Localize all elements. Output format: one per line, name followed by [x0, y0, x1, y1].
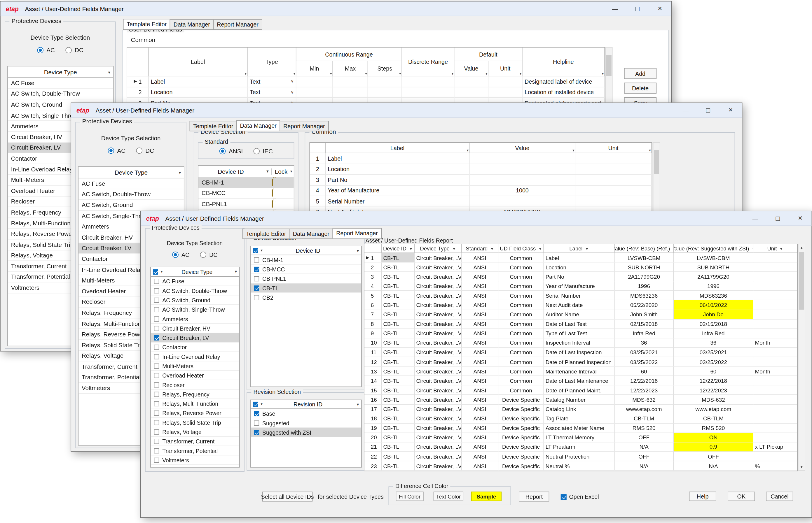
col-min[interactable]: Min	[296, 61, 333, 76]
common-table-row[interactable]: 4 Year of Manufacture 1000	[310, 185, 652, 196]
dropdown-icon[interactable]: ▼	[266, 169, 269, 173]
ok-button[interactable]: OK	[728, 491, 755, 501]
minimize-button[interactable]: —	[744, 211, 766, 226]
device-type-checkbox[interactable]	[154, 326, 159, 331]
dropdown-icon[interactable]: ▼	[585, 247, 588, 250]
report-row[interactable]: ▶ 2 CB-TL Circuit Breaker, LV ANSI Commo…	[364, 263, 797, 272]
report-row[interactable]: ▶ 13 CB-TL Circuit Breaker, LV ANSI Comm…	[364, 367, 797, 376]
col-rownum[interactable]	[364, 244, 382, 253]
fill-color-button[interactable]: Fill Color	[396, 491, 424, 501]
cell-value[interactable]	[470, 164, 575, 175]
col-default[interactable]: Default	[454, 48, 522, 61]
device-type-checkbox[interactable]	[154, 438, 159, 444]
report-row[interactable]: ▶ 12 CB-TL Circuit Breaker, LV ANSI Comm…	[364, 357, 797, 366]
tab-template-editor[interactable]: Template Editor	[123, 19, 170, 30]
minimize-button[interactable]: —	[674, 103, 697, 117]
tab-template-editor[interactable]: Template Editor	[242, 229, 290, 239]
device-type-checkbox[interactable]	[154, 382, 159, 387]
udf-table-row[interactable]: ▶ 2 Location Text ∨	[127, 87, 605, 98]
ac-radio[interactable]	[37, 47, 44, 53]
col-ud-field-class[interactable]: UD Field Class▼	[498, 244, 544, 253]
device-type-item[interactable]: Relays, Multi-Function	[151, 399, 239, 409]
titlebar[interactable]: etap Asset / User-Defined Fields Manager…	[1, 1, 671, 16]
delete-button[interactable]: Delete	[624, 83, 656, 94]
maximize-button[interactable]: □	[697, 103, 719, 117]
device-type-checkbox[interactable]	[154, 307, 159, 312]
device-type-item[interactable]: Circuit Breaker, LV	[151, 333, 239, 343]
device-type-checkbox[interactable]	[154, 410, 159, 415]
col-discrete-range[interactable]: Discrete Range	[402, 48, 454, 76]
iec-radio[interactable]	[253, 148, 260, 155]
text-color-button[interactable]: Text Color	[434, 491, 463, 501]
revision-checkbox[interactable]	[254, 430, 259, 435]
device-type-list-header[interactable]: ▾ Device Type ▼	[151, 267, 239, 277]
titlebar[interactable]: etap Asset / User-Defined Fields Manager…	[71, 103, 742, 118]
lock-icon[interactable]	[272, 190, 273, 197]
col-standard[interactable]: Standard▼	[462, 244, 499, 253]
device-type-checkbox[interactable]	[154, 354, 159, 359]
device-type-item[interactable]: Voltmeters	[151, 456, 239, 465]
dc-radio[interactable]	[65, 47, 72, 53]
report-row[interactable]: ▶ 14 CB-TL Circuit Breaker, LV ANSI Comm…	[364, 376, 797, 385]
col-rownum[interactable]	[310, 143, 326, 154]
scroll-down-icon[interactable]: ▼	[798, 463, 805, 470]
dropdown-icon[interactable]: ▼	[409, 247, 413, 250]
report-row[interactable]: ▶ 8 CB-TL Circuit Breaker, LV ANSI Commo…	[364, 320, 797, 329]
maximize-button[interactable]: □	[626, 1, 649, 15]
ansi-radio[interactable]	[220, 148, 226, 155]
device-id-item[interactable]: CB2	[251, 293, 362, 302]
device-type-item[interactable]: AC Fuse	[79, 178, 184, 189]
tab-data-manager[interactable]: Data Manager	[170, 19, 213, 30]
report-row[interactable]: ▶ 17 CB-TL Circuit Breaker, LV ANSI Devi…	[364, 404, 797, 414]
report-row[interactable]: ▶ 20 CB-TL Circuit Breaker, LV ANSI Devi…	[364, 433, 797, 442]
cell-value[interactable]	[470, 196, 575, 207]
col-device-type[interactable]: Device Type▼	[415, 244, 462, 253]
close-button[interactable]: ✕	[720, 103, 742, 117]
device-type-item[interactable]: AC Fuse	[151, 277, 239, 286]
device-id-item[interactable]: CB-TL	[251, 283, 362, 293]
cell-value[interactable]	[470, 154, 575, 164]
col-unit[interactable]: Unit	[488, 61, 522, 76]
device-type-checkbox[interactable]	[154, 363, 159, 368]
ac-radio[interactable]	[108, 147, 114, 154]
select-all-device-types-checkbox[interactable]	[153, 269, 158, 274]
report-row[interactable]: ▶ 7 CB-TL Circuit Breaker, LV ANSI Commo…	[364, 310, 797, 319]
device-type-checkbox[interactable]	[154, 420, 159, 425]
device-type-item[interactable]: Relays, Voltage	[151, 427, 239, 437]
device-type-item[interactable]: Relays, Solid State Trip	[151, 418, 239, 427]
report-row[interactable]: ▶ 23 CB-TL Circuit Breaker, LV ANSI Devi…	[364, 461, 797, 470]
device-type-checkbox[interactable]	[154, 335, 159, 340]
col-steps[interactable]: Steps	[368, 61, 402, 76]
device-type-list-header[interactable]: Device Type ▼	[79, 167, 184, 178]
device-id-checkbox[interactable]	[254, 295, 259, 300]
report-row[interactable]: ▶ 18 CB-TL Circuit Breaker, LV ANSI Devi…	[364, 414, 797, 423]
col-helpline[interactable]: Helpline	[522, 48, 605, 76]
close-button[interactable]: ✕	[649, 1, 671, 15]
report-row[interactable]: ▶ 1 CB-TL Circuit Breaker, LV ANSI Commo…	[364, 253, 797, 263]
combo-arrow-icon[interactable]: ∨	[291, 79, 294, 84]
col-value[interactable]: Value	[470, 143, 575, 154]
device-id-checkbox[interactable]	[254, 285, 259, 291]
cell-unit[interactable]	[575, 196, 652, 207]
device-type-checkbox[interactable]	[154, 278, 159, 284]
cell-unit[interactable]	[575, 185, 652, 196]
device-id-item[interactable]: CB-PNL1	[251, 274, 362, 283]
device-type-checkbox[interactable]	[154, 316, 159, 321]
tab-report-manager[interactable]: Report Manager	[279, 121, 329, 131]
device-id-item[interactable]: CB-IM-1	[198, 177, 294, 188]
device-type-item[interactable]: AC Switch, Double-Throw	[79, 189, 184, 200]
report-row[interactable]: ▶ 22 CB-TL Circuit Breaker, LV ANSI Devi…	[364, 452, 797, 461]
dropdown-icon[interactable]: ▼	[490, 247, 494, 250]
device-type-checkbox[interactable]	[154, 392, 159, 397]
device-type-item[interactable]: In-Line Overload Relay	[151, 352, 239, 361]
report-row[interactable]: ▶ 15 CB-TL Circuit Breaker, LV ANSI Comm…	[364, 386, 797, 395]
device-type-item[interactable]: AC Switch, Double-Throw	[8, 89, 113, 100]
device-type-checkbox[interactable]	[154, 401, 159, 406]
common-table-row[interactable]: 1 Label	[310, 154, 652, 164]
cell-unit[interactable]	[575, 175, 652, 185]
device-type-item[interactable]: Ammeters	[151, 314, 239, 324]
tab-template-editor[interactable]: Template Editor	[190, 121, 237, 131]
cell-value[interactable]: 1000	[470, 185, 575, 196]
device-type-item[interactable]: Contactor	[151, 343, 239, 352]
revision-item[interactable]: Suggested with ZSI	[251, 428, 362, 437]
